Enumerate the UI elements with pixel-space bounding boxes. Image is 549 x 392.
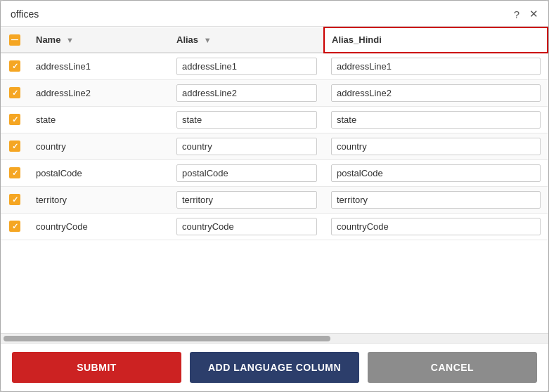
close-icon[interactable]: ✕ <box>529 8 538 20</box>
add-language-button[interactable]: ADD LANGUAGE COLUMN <box>190 352 359 383</box>
row-checkbox[interactable] <box>9 221 20 232</box>
alias-hindi-input[interactable] <box>331 84 541 102</box>
row-alias-hindi-cell <box>324 133 548 159</box>
row-checkbox-cell[interactable] <box>1 133 29 159</box>
table-row: postalCode <box>1 159 548 186</box>
row-checkbox[interactable] <box>9 194 20 205</box>
row-checkbox-cell[interactable] <box>1 213 29 240</box>
alias-input[interactable] <box>176 138 317 155</box>
table-body: addressLine1addressLine2statecountrypost… <box>1 53 548 240</box>
alias-input[interactable] <box>176 191 317 209</box>
row-checkbox-cell[interactable] <box>1 159 29 186</box>
row-alias-cell <box>169 53 324 80</box>
table-row: addressLine2 <box>1 79 548 106</box>
header-alias-hindi: Alias_Hindi <box>324 27 548 53</box>
row-checkbox[interactable] <box>9 87 20 98</box>
footer: SUBMIT ADD LANGUAGE COLUMN CANCEL <box>1 343 548 391</box>
header-check[interactable] <box>1 27 29 53</box>
row-checkbox[interactable] <box>9 167 20 178</box>
alias-hindi-input[interactable] <box>331 111 541 129</box>
row-alias-hindi-cell <box>324 159 548 186</box>
row-alias-hindi-cell <box>324 79 548 106</box>
row-alias-cell <box>169 133 324 159</box>
row-alias-hindi-cell <box>324 213 548 240</box>
row-name: postalCode <box>29 159 169 186</box>
row-alias-cell <box>169 159 324 186</box>
cancel-button[interactable]: CANCEL <box>368 352 537 383</box>
row-alias-hindi-cell <box>324 186 548 213</box>
row-alias-cell <box>169 106 324 133</box>
alias-hindi-input[interactable] <box>331 191 541 209</box>
table-container: Name ▼ Alias ▼ Alias_Hindi addressLine1a… <box>1 27 548 333</box>
alias-hindi-input[interactable] <box>331 58 541 75</box>
alias-input[interactable] <box>176 84 317 102</box>
alias-filter-icon[interactable]: ▼ <box>204 36 212 44</box>
row-checkbox[interactable] <box>9 141 20 152</box>
title-bar: offices ? ✕ <box>1 1 548 27</box>
alias-hindi-input[interactable] <box>331 218 541 235</box>
alias-input[interactable] <box>176 58 317 75</box>
row-alias-cell <box>169 186 324 213</box>
row-name: addressLine1 <box>29 53 169 80</box>
table-row: state <box>1 106 548 133</box>
row-checkbox[interactable] <box>9 60 20 72</box>
table-row: countryCode <box>1 213 548 240</box>
row-alias-hindi-cell <box>324 106 548 133</box>
alias-hindi-input[interactable] <box>331 164 541 182</box>
row-alias-hindi-cell <box>324 53 548 80</box>
table-row: territory <box>1 186 548 213</box>
row-checkbox[interactable] <box>9 114 20 125</box>
data-table: Name ▼ Alias ▼ Alias_Hindi addressLine1a… <box>1 27 548 240</box>
row-alias-cell <box>169 213 324 240</box>
row-checkbox-cell[interactable] <box>1 186 29 213</box>
horizontal-scrollbar[interactable] <box>1 333 548 343</box>
row-alias-cell <box>169 79 324 106</box>
submit-button[interactable]: SUBMIT <box>12 352 181 383</box>
row-name: country <box>29 133 169 159</box>
row-checkbox-cell[interactable] <box>1 106 29 133</box>
header-name: Name ▼ <box>29 27 169 53</box>
help-icon[interactable]: ? <box>514 8 519 20</box>
select-all-checkbox[interactable] <box>9 34 20 46</box>
row-name: state <box>29 106 169 133</box>
row-name: territory <box>29 186 169 213</box>
table-row: country <box>1 133 548 159</box>
dialog-title: offices <box>11 8 39 20</box>
alias-input[interactable] <box>176 164 317 182</box>
title-bar-actions: ? ✕ <box>514 8 538 20</box>
name-filter-icon[interactable]: ▼ <box>66 36 74 44</box>
scrollbar-thumb[interactable] <box>4 336 330 341</box>
alias-input[interactable] <box>176 218 317 235</box>
header-alias: Alias ▼ <box>169 27 324 53</box>
offices-dialog: offices ? ✕ Name ▼ Alias ▼ <box>0 0 549 392</box>
alias-hindi-input[interactable] <box>331 138 541 155</box>
alias-input[interactable] <box>176 111 317 129</box>
row-checkbox-cell[interactable] <box>1 53 29 80</box>
table-header-row: Name ▼ Alias ▼ Alias_Hindi <box>1 27 548 53</box>
table-row: addressLine1 <box>1 53 548 80</box>
row-checkbox-cell[interactable] <box>1 79 29 106</box>
row-name: addressLine2 <box>29 79 169 106</box>
row-name: countryCode <box>29 213 169 240</box>
